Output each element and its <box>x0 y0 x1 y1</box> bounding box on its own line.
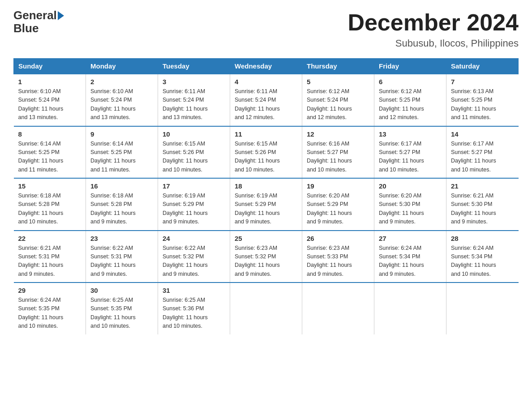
calendar-day-cell <box>446 283 519 334</box>
day-number: 19 <box>307 182 369 190</box>
calendar-day-cell <box>374 283 446 334</box>
day-info: Sunrise: 6:13 AM Sunset: 5:25 PM Dayligh… <box>451 87 514 122</box>
calendar-day-cell: 22Sunrise: 6:21 AM Sunset: 5:31 PM Dayli… <box>14 231 86 283</box>
day-number: 3 <box>163 78 225 86</box>
calendar-day-cell: 6Sunrise: 6:12 AM Sunset: 5:25 PM Daylig… <box>374 74 446 126</box>
calendar-day-cell: 4Sunrise: 6:11 AM Sunset: 5:24 PM Daylig… <box>230 74 302 126</box>
day-number: 12 <box>307 130 369 138</box>
day-info: Sunrise: 6:12 AM Sunset: 5:24 PM Dayligh… <box>307 87 369 122</box>
day-number: 27 <box>379 235 442 242</box>
day-info: Sunrise: 6:25 AM Sunset: 5:36 PM Dayligh… <box>163 296 225 331</box>
day-info: Sunrise: 6:24 AM Sunset: 5:35 PM Dayligh… <box>18 296 82 331</box>
day-info: Sunrise: 6:10 AM Sunset: 5:24 PM Dayligh… <box>18 87 82 122</box>
day-of-week-header: Tuesday <box>158 59 230 74</box>
logo: General Blue <box>13 9 64 34</box>
title-block: December 2024 Subusub, Ilocos, Philippin… <box>348 9 519 49</box>
logo-arrow-icon <box>58 11 64 20</box>
day-of-week-header: Friday <box>374 59 446 74</box>
day-info: Sunrise: 6:24 AM Sunset: 5:34 PM Dayligh… <box>451 244 514 279</box>
calendar-day-cell: 29Sunrise: 6:24 AM Sunset: 5:35 PM Dayli… <box>14 283 86 334</box>
calendar-day-cell: 3Sunrise: 6:11 AM Sunset: 5:24 PM Daylig… <box>158 74 230 126</box>
calendar-week-row: 29Sunrise: 6:24 AM Sunset: 5:35 PM Dayli… <box>14 283 519 334</box>
days-of-week-row: SundayMondayTuesdayWednesdayThursdayFrid… <box>14 59 519 74</box>
day-info: Sunrise: 6:14 AM Sunset: 5:25 PM Dayligh… <box>90 140 153 175</box>
day-number: 20 <box>379 182 442 190</box>
calendar-day-cell: 1Sunrise: 6:10 AM Sunset: 5:24 PM Daylig… <box>14 74 86 126</box>
day-info: Sunrise: 6:20 AM Sunset: 5:30 PM Dayligh… <box>379 192 442 227</box>
day-number: 18 <box>235 182 297 190</box>
day-number: 13 <box>379 130 442 138</box>
day-number: 25 <box>235 235 297 242</box>
calendar-table: SundayMondayTuesdayWednesdayThursdayFrid… <box>13 58 519 334</box>
day-number: 4 <box>235 78 297 86</box>
day-number: 11 <box>235 130 297 138</box>
calendar-week-row: 22Sunrise: 6:21 AM Sunset: 5:31 PM Dayli… <box>14 231 519 283</box>
logo-text-blue: Blue <box>13 22 64 35</box>
day-number: 1 <box>18 78 82 86</box>
day-info: Sunrise: 6:14 AM Sunset: 5:25 PM Dayligh… <box>18 140 82 175</box>
calendar-day-cell: 30Sunrise: 6:25 AM Sunset: 5:35 PM Dayli… <box>86 283 158 334</box>
calendar-day-cell <box>302 283 374 334</box>
day-number: 31 <box>163 287 225 294</box>
day-number: 6 <box>379 78 442 86</box>
day-info: Sunrise: 6:23 AM Sunset: 5:32 PM Dayligh… <box>235 244 297 279</box>
day-number: 26 <box>307 235 369 242</box>
calendar-day-cell: 8Sunrise: 6:14 AM Sunset: 5:25 PM Daylig… <box>14 126 86 179</box>
day-number: 16 <box>90 182 153 190</box>
calendar-week-row: 8Sunrise: 6:14 AM Sunset: 5:25 PM Daylig… <box>14 126 519 179</box>
calendar-day-cell: 19Sunrise: 6:20 AM Sunset: 5:29 PM Dayli… <box>302 178 374 231</box>
day-of-week-header: Saturday <box>446 59 519 74</box>
logo-text-general: General <box>13 9 57 22</box>
day-info: Sunrise: 6:18 AM Sunset: 5:28 PM Dayligh… <box>90 192 153 227</box>
day-info: Sunrise: 6:24 AM Sunset: 5:34 PM Dayligh… <box>379 244 442 279</box>
day-info: Sunrise: 6:25 AM Sunset: 5:35 PM Dayligh… <box>90 296 153 331</box>
day-number: 28 <box>451 235 514 242</box>
day-number: 21 <box>451 182 514 190</box>
day-number: 23 <box>90 235 153 242</box>
calendar-day-cell: 2Sunrise: 6:10 AM Sunset: 5:24 PM Daylig… <box>86 74 158 126</box>
day-info: Sunrise: 6:15 AM Sunset: 5:26 PM Dayligh… <box>235 140 297 175</box>
day-of-week-header: Monday <box>86 59 158 74</box>
calendar-day-cell: 9Sunrise: 6:14 AM Sunset: 5:25 PM Daylig… <box>86 126 158 179</box>
day-info: Sunrise: 6:17 AM Sunset: 5:27 PM Dayligh… <box>379 140 442 175</box>
day-info: Sunrise: 6:20 AM Sunset: 5:29 PM Dayligh… <box>307 192 369 227</box>
calendar-day-cell: 7Sunrise: 6:13 AM Sunset: 5:25 PM Daylig… <box>446 74 519 126</box>
day-info: Sunrise: 6:18 AM Sunset: 5:28 PM Dayligh… <box>18 192 82 227</box>
day-info: Sunrise: 6:10 AM Sunset: 5:24 PM Dayligh… <box>90 87 153 122</box>
calendar-day-cell: 23Sunrise: 6:22 AM Sunset: 5:31 PM Dayli… <box>86 231 158 283</box>
calendar-day-cell: 26Sunrise: 6:23 AM Sunset: 5:33 PM Dayli… <box>302 231 374 283</box>
day-number: 29 <box>18 287 82 294</box>
day-info: Sunrise: 6:12 AM Sunset: 5:25 PM Dayligh… <box>379 87 442 122</box>
day-number: 24 <box>163 235 225 242</box>
calendar-day-cell: 11Sunrise: 6:15 AM Sunset: 5:26 PM Dayli… <box>230 126 302 179</box>
calendar-day-cell: 15Sunrise: 6:18 AM Sunset: 5:28 PM Dayli… <box>14 178 86 231</box>
day-info: Sunrise: 6:21 AM Sunset: 5:30 PM Dayligh… <box>451 192 514 227</box>
day-of-week-header: Sunday <box>14 59 86 74</box>
day-info: Sunrise: 6:11 AM Sunset: 5:24 PM Dayligh… <box>163 87 225 122</box>
day-of-week-header: Thursday <box>302 59 374 74</box>
day-info: Sunrise: 6:15 AM Sunset: 5:26 PM Dayligh… <box>163 140 225 175</box>
calendar-day-cell: 28Sunrise: 6:24 AM Sunset: 5:34 PM Dayli… <box>446 231 519 283</box>
calendar-day-cell: 25Sunrise: 6:23 AM Sunset: 5:32 PM Dayli… <box>230 231 302 283</box>
day-info: Sunrise: 6:17 AM Sunset: 5:27 PM Dayligh… <box>451 140 514 175</box>
day-of-week-header: Wednesday <box>230 59 302 74</box>
day-number: 2 <box>90 78 153 86</box>
calendar-day-cell: 17Sunrise: 6:19 AM Sunset: 5:29 PM Dayli… <box>158 178 230 231</box>
day-number: 5 <box>307 78 369 86</box>
location-subtitle: Subusub, Ilocos, Philippines <box>348 38 519 49</box>
calendar-day-cell: 10Sunrise: 6:15 AM Sunset: 5:26 PM Dayli… <box>158 126 230 179</box>
day-number: 30 <box>90 287 153 294</box>
day-info: Sunrise: 6:19 AM Sunset: 5:29 PM Dayligh… <box>163 192 225 227</box>
day-number: 7 <box>451 78 514 86</box>
calendar-day-cell: 18Sunrise: 6:19 AM Sunset: 5:29 PM Dayli… <box>230 178 302 231</box>
day-info: Sunrise: 6:21 AM Sunset: 5:31 PM Dayligh… <box>18 244 82 279</box>
calendar-day-cell: 14Sunrise: 6:17 AM Sunset: 5:27 PM Dayli… <box>446 126 519 179</box>
day-info: Sunrise: 6:19 AM Sunset: 5:29 PM Dayligh… <box>235 192 297 227</box>
day-info: Sunrise: 6:22 AM Sunset: 5:32 PM Dayligh… <box>163 244 225 279</box>
calendar-day-cell: 12Sunrise: 6:16 AM Sunset: 5:27 PM Dayli… <box>302 126 374 179</box>
day-info: Sunrise: 6:22 AM Sunset: 5:31 PM Dayligh… <box>90 244 153 279</box>
calendar-day-cell: 27Sunrise: 6:24 AM Sunset: 5:34 PM Dayli… <box>374 231 446 283</box>
day-info: Sunrise: 6:11 AM Sunset: 5:24 PM Dayligh… <box>235 87 297 122</box>
day-number: 10 <box>163 130 225 138</box>
calendar-day-cell: 20Sunrise: 6:20 AM Sunset: 5:30 PM Dayli… <box>374 178 446 231</box>
